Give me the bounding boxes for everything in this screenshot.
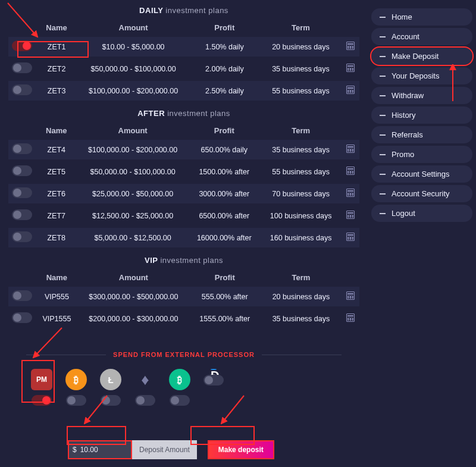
sidebar-item-history[interactable]: History: [371, 106, 472, 124]
calculator-icon[interactable]: [346, 233, 355, 241]
amount-input[interactable]: [80, 446, 117, 454]
calculator-icon[interactable]: [346, 86, 355, 94]
ltc-icon[interactable]: Ł: [100, 369, 121, 390]
sidebar-item-account-settings[interactable]: Account Settings: [371, 165, 472, 183]
table-row: ZET8$5,000.00 - $12,500.0016000.00% afte…: [8, 228, 359, 247]
plan-term: 70 business days: [260, 184, 342, 203]
plan-term: 20 business days: [261, 287, 342, 306]
plan-toggle[interactable]: [12, 84, 32, 95]
sidebar-item-label: Withdraw: [392, 91, 424, 100]
amount-field[interactable]: $: [68, 440, 132, 459]
th-term: Term: [260, 21, 342, 35]
calculator-icon[interactable]: [346, 42, 355, 50]
plan-profit: 2.00% daily: [189, 59, 260, 79]
sidebar-item-account[interactable]: Account: [371, 28, 472, 45]
section-title-vip: VIP investment plans: [8, 256, 359, 265]
main-content: DAILY investment plans Name Amount Profi…: [0, 0, 368, 467]
plan-name: ZET5: [36, 162, 77, 181]
sidebar-item-promo[interactable]: Promo: [371, 146, 472, 163]
plan-amount: $10.00 - $5,000.00: [77, 37, 189, 57]
sidebar-item-label: Account: [392, 32, 419, 41]
payment-processor-bch: ₿: [169, 369, 190, 406]
dash-icon: [380, 174, 386, 175]
plan-toggle[interactable]: [12, 231, 32, 242]
sidebar-item-label: History: [392, 111, 415, 120]
processor-toggle[interactable]: [203, 375, 224, 385]
sidebar-item-logout[interactable]: Logout: [371, 205, 472, 222]
plan-toggle[interactable]: [12, 209, 32, 220]
plan-name: ZET7: [36, 206, 77, 225]
pm-icon[interactable]: PM: [31, 369, 52, 390]
dash-icon: [380, 95, 386, 96]
calculator-icon[interactable]: [346, 314, 355, 322]
dash-icon: [380, 154, 386, 155]
plan-profit: 3000.00% after: [189, 184, 260, 203]
payment-title-wrap: SPEND FROM EXTERNAL PROCESSOR: [26, 351, 342, 358]
section-title-rest: investment plans: [160, 256, 223, 265]
plan-term: 160 business days: [260, 228, 342, 247]
section-title-after: AFTER investment plans: [8, 109, 359, 118]
plan-toggle[interactable]: [12, 312, 32, 323]
processor-toggle[interactable]: [135, 395, 155, 406]
plan-table-after: Name Amount Profit Term ZET4$100,000.00 …: [8, 121, 359, 250]
plan-toggle[interactable]: [12, 165, 32, 176]
bch-icon[interactable]: ₿: [169, 369, 190, 390]
plan-toggle[interactable]: [12, 187, 32, 198]
dash-icon: [380, 193, 386, 195]
plan-term: 35 business days: [261, 309, 342, 328]
plan-toggle[interactable]: [12, 40, 32, 51]
th-term: Term: [261, 271, 342, 284]
table-row: ZET6$25,000.00 - $50,000.003000.00% afte…: [8, 184, 359, 203]
dash-icon: [380, 36, 386, 37]
sidebar-item-make-deposit[interactable]: Make Deposit: [371, 48, 472, 65]
plan-name: ZET3: [36, 81, 77, 101]
eth-icon[interactable]: ♦: [134, 369, 156, 390]
btc-icon[interactable]: ₿: [65, 369, 87, 390]
plan-amount: $300,000.00 - $500,000.00: [78, 287, 189, 306]
plan-amount: $5,000.00 - $12,500.00: [77, 228, 189, 247]
calculator-icon[interactable]: [346, 167, 355, 175]
plan-profit: 555.00% after: [189, 287, 260, 306]
plan-profit: 1.50% daily: [189, 37, 260, 57]
calculator-icon[interactable]: [346, 211, 355, 219]
calculator-icon[interactable]: [346, 64, 355, 72]
plan-name: ZET2: [36, 59, 77, 79]
plan-term: 100 business days: [260, 206, 342, 225]
sidebar-item-account-security[interactable]: Account Security: [371, 185, 472, 202]
plan-profit: 1500.00% after: [189, 162, 260, 181]
annotation-arrow-icon: [77, 393, 113, 428]
section-title-bold: AFTER: [137, 109, 165, 118]
th-profit: Profit: [189, 21, 260, 35]
dash-icon[interactable]: Đ: [211, 369, 217, 370]
plan-term: 20 business days: [260, 37, 342, 57]
payment-section: SPEND FROM EXTERNAL PROCESSOR PM₿Ł♦₿Đ $ …: [8, 351, 359, 459]
payment-processors: PM₿Ł♦₿Đ: [26, 369, 342, 406]
sidebar-item-home[interactable]: Home: [371, 8, 472, 26]
plan-term: 55 business days: [260, 162, 342, 181]
table-row: VIP555$300,000.00 - $500,000.00555.00% a…: [8, 287, 359, 306]
plan-profit: 1555.00% after: [189, 309, 260, 328]
plan-toggle[interactable]: [12, 143, 32, 154]
calculator-icon[interactable]: [346, 292, 355, 300]
plan-profit: 2.50% daily: [189, 81, 260, 101]
plan-name: ZET8: [36, 228, 77, 247]
plan-toggle[interactable]: [12, 290, 32, 301]
sidebar-item-referrals[interactable]: Referrals: [371, 126, 472, 143]
table-row: ZET7$12,500.00 - $25,000.006500.00% afte…: [8, 206, 359, 225]
plan-amount: $50,000.00 - $100,000.00: [77, 162, 189, 181]
th-term: Term: [260, 124, 342, 137]
table-row: ZET1$10.00 - $5,000.001.50% daily20 busi…: [8, 37, 359, 57]
plan-name: ZET4: [36, 140, 77, 159]
dash-icon: [380, 213, 386, 214]
processor-toggle[interactable]: [32, 395, 52, 406]
payment-processor-eth: ♦: [134, 369, 156, 406]
plan-table-vip: Name Amount Profit Term VIP555$300,000.0…: [8, 268, 359, 331]
plan-toggle[interactable]: [12, 62, 32, 73]
calculator-icon[interactable]: [346, 189, 355, 197]
make-deposit-button[interactable]: Make deposit: [208, 440, 274, 459]
processor-toggle[interactable]: [170, 395, 190, 406]
calculator-icon[interactable]: [346, 145, 355, 153]
annotation-arrow-icon: [26, 325, 68, 362]
sidebar-item-label: Account Settings: [392, 170, 450, 178]
plan-amount: $100,000.00 - $200,000.00: [77, 140, 189, 159]
